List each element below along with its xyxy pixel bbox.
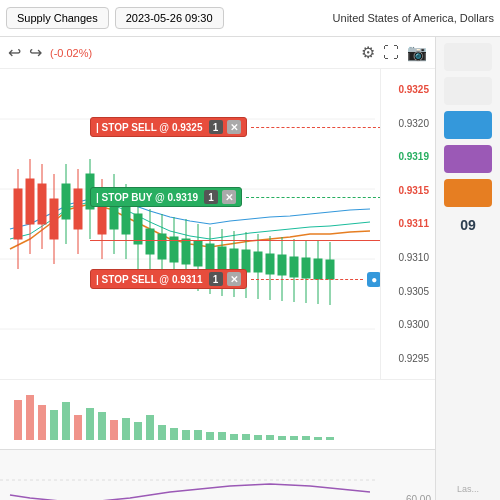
price-tick-9305: 0.9305 <box>383 286 433 297</box>
candlestick-chart <box>0 69 375 379</box>
oscillator-level: 60.00 <box>406 494 431 500</box>
sidebar-btn-purple[interactable] <box>444 145 492 173</box>
svg-rect-79 <box>266 435 274 440</box>
svg-rect-23 <box>122 204 130 234</box>
svg-rect-60 <box>38 405 46 440</box>
svg-rect-31 <box>170 237 178 262</box>
price-scale: 0.9325 0.9320 0.9319 0.9315 0.9311 0.931… <box>380 69 435 379</box>
svg-rect-13 <box>74 189 82 229</box>
svg-rect-53 <box>302 258 310 278</box>
svg-rect-72 <box>182 430 190 440</box>
price-tick-9319: 0.9319 <box>383 151 433 162</box>
svg-rect-81 <box>290 436 298 440</box>
top-bar: Supply Changes 2023-05-26 09:30 United S… <box>0 0 500 37</box>
svg-rect-78 <box>254 435 262 440</box>
svg-rect-21 <box>110 194 118 229</box>
svg-rect-61 <box>50 410 58 440</box>
svg-rect-55 <box>314 259 322 279</box>
svg-rect-80 <box>278 436 286 440</box>
fullscreen-icon[interactable]: ⛶ <box>383 44 399 62</box>
svg-rect-82 <box>302 436 310 440</box>
svg-rect-29 <box>158 234 166 259</box>
svg-rect-49 <box>278 255 286 275</box>
region-currency-info: United States of America, Dollars <box>333 12 494 24</box>
price-tick-9295: 0.9295 <box>383 353 433 364</box>
svg-rect-39 <box>218 247 226 269</box>
camera-icon[interactable]: 📷 <box>407 43 427 62</box>
svg-rect-41 <box>230 249 238 271</box>
datetime-button[interactable]: 2023-05-26 09:30 <box>115 7 224 29</box>
svg-rect-63 <box>74 415 82 440</box>
svg-rect-71 <box>170 428 178 440</box>
svg-rect-37 <box>206 244 214 269</box>
svg-rect-9 <box>38 184 46 224</box>
svg-rect-59 <box>26 395 34 440</box>
svg-rect-45 <box>254 252 262 272</box>
svg-rect-27 <box>146 229 154 254</box>
supply-changes-button[interactable]: Supply Changes <box>6 7 109 29</box>
sidebar-btn-orange[interactable] <box>444 179 492 207</box>
svg-rect-62 <box>62 402 70 440</box>
volume-chart <box>0 380 375 450</box>
svg-rect-57 <box>326 260 334 279</box>
svg-rect-73 <box>194 430 202 440</box>
svg-rect-83 <box>314 437 322 440</box>
svg-rect-77 <box>242 434 250 440</box>
price-tick-9325: 0.9325 <box>383 84 433 95</box>
svg-rect-15 <box>98 199 106 234</box>
price-tick-9315: 0.9315 <box>383 185 433 196</box>
svg-rect-58 <box>14 400 22 440</box>
oscillator-area: 60.00 <box>0 449 435 500</box>
chart-toolbar: ↩ ↪ (-0.02%) ⚙ ⛶ 📷 <box>0 37 435 69</box>
svg-rect-25 <box>134 214 142 244</box>
svg-rect-70 <box>158 425 166 440</box>
svg-rect-65 <box>98 412 106 440</box>
price-tick-9311: 0.9311 <box>383 218 433 229</box>
svg-rect-84 <box>326 437 334 440</box>
price-tick-9300: 0.9300 <box>383 319 433 330</box>
main-layout: ↩ ↪ (-0.02%) ⚙ ⛶ 📷 <box>0 37 500 500</box>
svg-rect-47 <box>266 254 274 274</box>
svg-rect-51 <box>290 257 298 277</box>
svg-rect-19 <box>86 174 94 209</box>
undo-icon[interactable]: ↩ <box>8 43 21 62</box>
right-sidebar: 09 Las... <box>435 37 500 500</box>
gear-icon[interactable]: ⚙ <box>361 43 375 62</box>
price-tick-9320: 0.9320 <box>383 118 433 129</box>
redo-icon[interactable]: ↪ <box>29 43 42 62</box>
svg-rect-35 <box>194 241 202 266</box>
svg-rect-68 <box>134 422 142 440</box>
sidebar-spacer1 <box>444 43 492 71</box>
svg-rect-11 <box>50 199 58 239</box>
percent-change-label: (-0.02%) <box>50 47 92 59</box>
volume-area <box>0 379 435 449</box>
svg-rect-7 <box>26 179 34 224</box>
svg-rect-64 <box>86 408 94 440</box>
sidebar-btn-blue[interactable] <box>444 111 492 139</box>
oscillator-chart <box>0 450 375 500</box>
svg-rect-69 <box>146 415 154 440</box>
svg-rect-33 <box>182 239 190 264</box>
svg-rect-17 <box>62 184 70 219</box>
sidebar-price: 09 <box>460 217 476 233</box>
chart-area: ↩ ↪ (-0.02%) ⚙ ⛶ 📷 <box>0 37 435 500</box>
svg-rect-66 <box>110 420 118 440</box>
svg-rect-76 <box>230 434 238 440</box>
svg-rect-74 <box>206 432 214 440</box>
price-tick-9310: 0.9310 <box>383 252 433 263</box>
svg-rect-5 <box>14 189 22 239</box>
svg-rect-67 <box>122 418 130 440</box>
chart-svg-container: | STOP SELL @ 0.9325 1 ✕ 0.9325 | STOP B… <box>0 69 435 379</box>
sidebar-last-label: Las... <box>457 484 479 494</box>
svg-rect-43 <box>242 250 250 272</box>
sidebar-spacer2 <box>444 77 492 105</box>
svg-rect-75 <box>218 432 226 440</box>
